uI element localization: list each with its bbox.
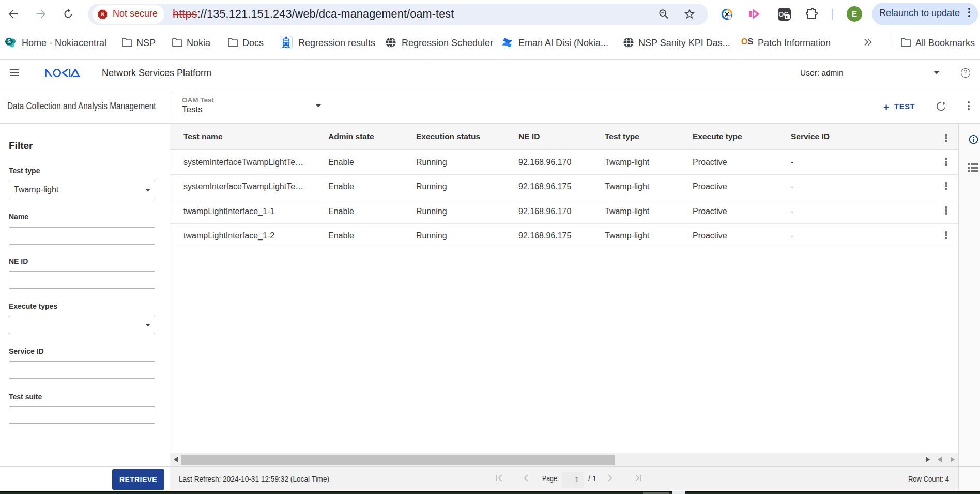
svg-text:S: S — [7, 39, 11, 44]
